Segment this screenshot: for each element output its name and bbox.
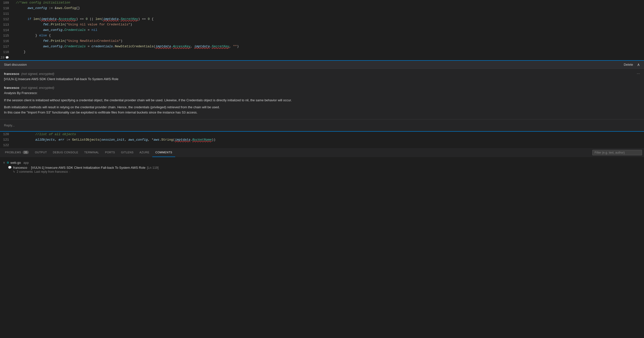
discussion-header: Start discussion Delete ∧ — [0, 61, 644, 69]
tab-problems-badge: 35 — [22, 150, 29, 154]
author-name-1: francesco — [4, 72, 19, 76]
tab-output[interactable]: OUTPUT — [32, 148, 50, 157]
line-content-121: allObjects, err := GetListObjects(sessio… — [14, 132, 216, 148]
code-editor-bottom: 120 //list of all objects 121 allObjects… — [0, 131, 644, 148]
panel-item-sub-detail: Last reply from francesco — [34, 170, 68, 174]
group-app-label: app — [23, 161, 29, 164]
reply-input-area[interactable]: Reply... — [0, 119, 644, 131]
tab-azure-label: AZURE — [140, 151, 150, 154]
gutter-119 — [13, 55, 14, 60]
line-number-116: 116 — [0, 39, 13, 43]
chevron-down-icon: ∨ — [3, 161, 5, 164]
go-file-icon: ⊙ — [7, 161, 9, 164]
line-number-122: 122 — [0, 143, 13, 147]
discussion-body: francesco (not signed, encrypted) ··· [V… — [0, 69, 644, 115]
tab-debug-label: DEBUG CONSOLE — [53, 151, 78, 154]
collapse-button[interactable]: ∧ — [637, 62, 640, 67]
tab-ports-label: PORTS — [105, 151, 115, 154]
discussion-header-actions: Delete ∧ — [624, 62, 640, 67]
bottom-panel: PROBLEMS 35 OUTPUT DEBUG CONSOLE TERMINA… — [0, 148, 644, 338]
comment-author-line-1: francesco (not signed, encrypted) ··· — [4, 72, 640, 76]
start-discussion-label: Start discussion — [4, 63, 27, 66]
line-comment-icon-119[interactable]: 💬 — [6, 56, 9, 59]
line-number-112: 112 — [0, 18, 13, 21]
code-line-117: 117 aws_config.Credentials = credentials… — [0, 44, 644, 49]
line-number-118: 118 — [0, 50, 13, 54]
code-line-114: 114 aws_config.Credentials = nil — [0, 27, 644, 33]
panel-item-separator: · — [28, 166, 30, 170]
line-content-118: } — [14, 49, 26, 55]
tab-azure[interactable]: AZURE — [137, 148, 152, 157]
discussion-panel: Start discussion Delete ∧ francesco (not… — [0, 61, 644, 131]
panel-group-web-go: ∨ ⊙ web.go app 💬 francesco · [VULN-1] In… — [0, 159, 644, 175]
tab-problems[interactable]: PROBLEMS 35 — [2, 148, 32, 157]
panel-group-header[interactable]: ∨ ⊙ web.go app — [2, 160, 642, 165]
line-number-113: 113 — [0, 23, 13, 27]
code-line-110: 110 aws_config := &aws.Config{} — [0, 6, 644, 11]
comment-text-1: [VULN-1] Insecure AWS SDK Client Initial… — [4, 77, 640, 82]
code-line-109: 109 //*aws config initialization — [0, 0, 644, 6]
comment-entry-2: francesco (not signed, encrypted) Analys… — [4, 86, 640, 115]
author-meta-1: (not signed, encrypted) — [21, 72, 54, 76]
author-name-2: francesco — [4, 86, 19, 90]
panel-tabs: PROBLEMS 35 OUTPUT DEBUG CONSOLE TERMINA… — [0, 148, 644, 157]
panel-filter-input[interactable] — [592, 150, 642, 155]
code-line-121: 121 allObjects, err := GetListObjects(se… — [0, 137, 644, 143]
tab-comments-label: COMMENTS — [155, 151, 172, 154]
tab-debug-console[interactable]: DEBUG CONSOLE — [50, 148, 81, 157]
line-content-117: aws_config.Credentials = credentials.New… — [14, 38, 239, 55]
line-number-109: 109 — [0, 1, 13, 5]
comment-bubble-icon: 💬 — [8, 166, 12, 169]
line-number-117: 117 — [0, 45, 13, 49]
line-number-121: 121 — [0, 138, 13, 142]
tab-comments[interactable]: COMMENTS — [152, 148, 175, 157]
tab-problems-label: PROBLEMS — [5, 151, 21, 154]
reply-arrow-icon: ↳ — [13, 170, 15, 173]
code-editor-top: 109 //*aws config initialization 110 aws… — [0, 0, 644, 61]
panel-item-author: francesco — [13, 166, 27, 170]
tab-terminal[interactable]: TERMINAL — [81, 148, 102, 157]
panel-item-location: [Ln 119] — [147, 166, 158, 170]
gutter-122 — [13, 143, 14, 148]
comment-author-line-2: francesco (not signed, encrypted) — [4, 86, 640, 90]
panel-item-main: 💬 francesco · [VULN-1] Insecure AWS SDK … — [8, 166, 641, 170]
comment-menu-button-1[interactable]: ··· — [637, 72, 640, 76]
comment-entry-1: francesco (not signed, encrypted) ··· [V… — [4, 72, 640, 82]
line-number-120: 120 — [0, 132, 13, 136]
tab-output-label: OUTPUT — [35, 151, 47, 154]
tab-gitlens-label: GITLENS — [121, 151, 134, 154]
code-line-119: 119 💬 — [0, 55, 644, 60]
author-meta-2: (not signed, encrypted) — [21, 86, 54, 90]
tab-ports[interactable]: PORTS — [102, 148, 118, 157]
panel-item-comment-1[interactable]: 💬 francesco · [VULN-1] Insecure AWS SDK … — [2, 165, 642, 174]
panel-item-text: [VULN-1] Insecure AWS SDK Client Initial… — [31, 166, 145, 170]
line-number-114: 114 — [0, 28, 13, 32]
tab-terminal-label: TERMINAL — [84, 151, 99, 154]
panel-item-sub-dot: · — [69, 170, 70, 174]
line-number-115: 115 — [0, 34, 13, 38]
line-number-111: 111 — [0, 12, 13, 16]
line-number-119: 119 💬 — [0, 56, 13, 60]
line-number-110: 110 — [0, 7, 13, 10]
group-filename: web.go — [10, 161, 21, 164]
panel-item-comment-count: 2 comments — [17, 170, 33, 174]
panel-content: ∨ ⊙ web.go app 💬 francesco · [VULN-1] In… — [0, 157, 644, 338]
panel-item-sub: ↳ 2 comments Last reply from francesco · — [8, 170, 641, 174]
comment-text-2: Analysis By Francesco: If the session cl… — [4, 91, 640, 115]
delete-button[interactable]: Delete — [624, 63, 633, 66]
tab-gitlens[interactable]: GITLENS — [118, 148, 137, 157]
